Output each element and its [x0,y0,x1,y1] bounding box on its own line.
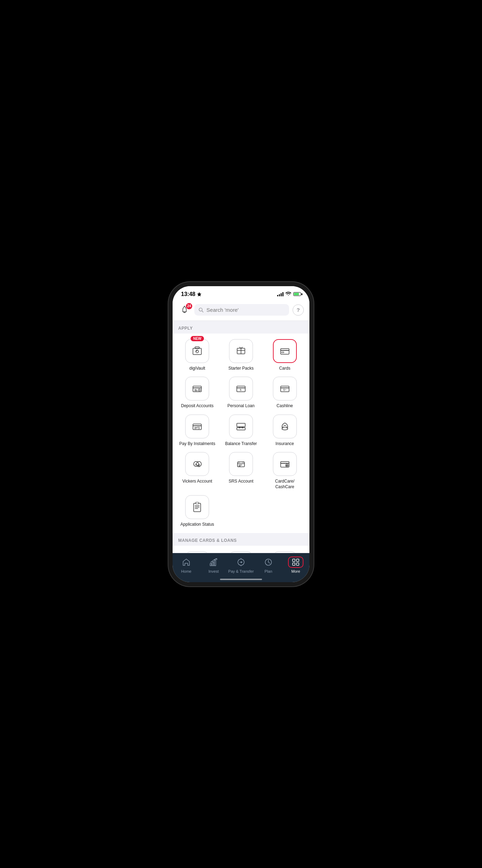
pay-transfer-icon [236,558,246,567]
phone-frame: 13:48 [173,286,309,582]
grid-item-cashline[interactable]: $+ Cashline [266,377,304,409]
pay-by-instalments-icon: $ [192,421,203,432]
tab-more-label: More [291,569,300,573]
wifi-icon [286,291,291,297]
grid-item-insurance[interactable]: Insurance [266,415,304,447]
grid-item-vickers-account[interactable]: $ ¥ Vickers Account [178,452,216,490]
svg-point-3 [196,350,199,353]
svg-rect-43 [214,560,216,566]
application-status-icon-wrapper [185,495,209,519]
grid-item-cards[interactable]: Cards [266,339,304,371]
manage-cards-section-header: MANAGE CARDS & LOANS [173,533,309,546]
srs-account-label: SRS Account [229,479,254,484]
grid-item-srs-account[interactable]: SRS Account [222,452,260,490]
personal-loan-icon: $- [235,383,247,394]
svg-rect-14 [193,424,201,430]
battery-icon [293,292,301,296]
grid-item-balance-transfer[interactable]: Balance Transfer [222,415,260,447]
status-bar: 13:48 [173,286,309,300]
digivault-label: digiVault [189,366,205,371]
svg-rect-30 [194,503,201,512]
tab-bar: Home Invest [173,553,309,582]
deposit-accounts-icon [192,383,203,394]
tab-invest[interactable]: Invest [200,557,227,573]
personal-loan-label: Personal Loan [227,403,254,409]
grid-item-cardcare-cashcare[interactable]: CardCare/ CashCare [266,452,304,490]
svg-rect-25 [237,462,245,467]
svg-rect-47 [296,559,299,561]
time-display: 13:48 [181,291,195,297]
cardcare-cashcare-label: CardCare/ CashCare [266,479,304,490]
tab-more-icon-wrapper [288,557,303,568]
more-icon [291,558,300,567]
grid-item-starter-packs[interactable]: Starter Packs [222,339,260,371]
grid-item-enable-disable-overseas[interactable]: Enable/Disable Overseas Use [222,551,260,552]
svg-rect-2 [193,348,201,355]
srs-account-icon-wrapper [229,452,253,476]
svg-rect-31 [196,502,199,504]
tab-plan-icon-wrapper [261,557,276,568]
tab-more[interactable]: More [282,557,309,573]
cardcare-cashcare-icon-wrapper [273,452,297,476]
help-button[interactable]: ? [293,304,304,316]
location-icon [197,292,202,297]
vickers-account-label: Vickers Account [182,479,212,484]
tab-plan[interactable]: Plan [255,557,282,573]
cashline-icon: $+ [279,383,290,394]
digivault-icon [192,345,203,357]
svg-rect-42 [212,562,214,566]
search-input[interactable] [207,307,285,313]
grid-item-deposit-accounts[interactable]: Deposit Accounts [178,377,216,409]
apply-grid: NEW digiVault [173,334,309,533]
cashline-icon-wrapper: $+ [273,377,297,401]
svg-text:$-: $- [240,388,242,391]
signal-icon [277,292,283,296]
search-icon [199,307,204,313]
svg-rect-17 [237,428,245,430]
invest-icon [209,558,218,567]
cards-icon-wrapper [273,339,297,363]
tab-home[interactable]: Home [173,557,200,573]
home-indicator [220,579,262,580]
cardcare-cashcare-icon [279,458,290,470]
starter-packs-icon-wrapper [229,339,253,363]
svg-text:$+: $+ [283,388,286,391]
search-bar[interactable] [194,304,289,316]
srs-account-icon [235,458,247,470]
payment-controls-icon-wrapper [185,551,209,552]
grid-item-payment-controls[interactable]: Payment Controls [178,551,216,552]
tab-pay-transfer-label: Pay & Transfer [228,569,254,573]
header: 24 ? [173,300,309,321]
grid-item-pay-by-instalments[interactable]: $ Pay By Instalments [178,415,216,447]
content-area: APPLY NEW digiVault [173,321,309,553]
insurance-icon-wrapper [273,415,297,438]
tab-invest-icon-wrapper [206,557,221,568]
application-status-label: Application Status [180,522,214,527]
grid-item-application-status[interactable]: Application Status [178,495,216,527]
home-icon [182,558,191,567]
grid-item-personal-loan[interactable]: $- Personal Loan [222,377,260,409]
grid-item-activate-cards[interactable]: Activate Cards [266,551,304,552]
tab-home-icon-wrapper [179,557,194,568]
cards-icon [279,345,290,357]
balance-transfer-icon-wrapper [229,415,253,438]
balance-transfer-label: Balance Transfer [225,441,257,447]
cards-label: Cards [279,366,290,371]
insurance-label: Insurance [275,441,294,447]
svg-rect-49 [296,563,299,565]
manage-cards-grid: Payment Controls Enable/Disable Oversea [173,546,309,552]
notification-bell[interactable]: 24 [178,304,191,316]
svg-rect-4 [195,347,199,349]
pay-by-instalments-label: Pay By Instalments [179,441,215,447]
plan-icon [264,558,273,567]
pay-by-instalments-icon-wrapper: $ [185,415,209,438]
svg-text:$: $ [198,426,200,430]
starter-packs-icon [235,345,247,357]
tab-pay-transfer[interactable]: Pay & Transfer [227,557,255,573]
activate-cards-icon-wrapper [273,551,297,552]
vickers-account-icon: $ ¥ [192,458,203,470]
notification-badge: 24 [186,303,192,309]
grid-item-digivault[interactable]: NEW digiVault [178,339,216,371]
starter-packs-label: Starter Packs [228,366,254,371]
balance-transfer-icon [235,421,247,432]
